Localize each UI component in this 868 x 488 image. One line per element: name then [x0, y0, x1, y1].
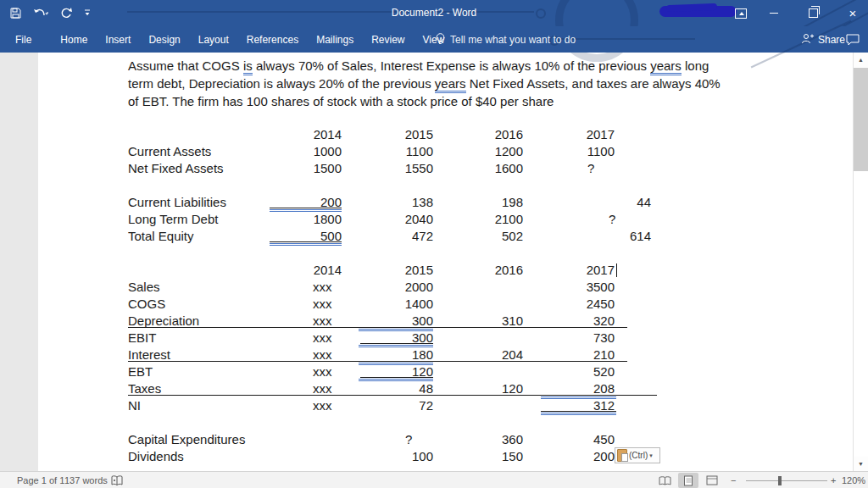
redo-icon[interactable] — [60, 8, 72, 19]
table-row: Sales xxx2000 3500 — [128, 279, 651, 296]
tell-me-box[interactable]: Tell me what you want to do — [435, 26, 576, 53]
paste-options-button[interactable]: (Ctrl) ▾ — [615, 447, 660, 463]
table-row: Dividends 100 150200 — [128, 448, 651, 465]
zoom-level[interactable]: 120% — [842, 472, 865, 488]
intro-line: of EBT. The firm has 100 shares of stock… — [128, 92, 721, 110]
grammar-mark — [359, 379, 433, 381]
page-count[interactable]: Page 1 of 1 — [17, 472, 64, 488]
tab-references[interactable]: References — [247, 34, 298, 46]
underline — [360, 377, 433, 378]
close-icon[interactable]: × — [837, 0, 868, 26]
redaction-scribble — [659, 6, 737, 17]
comment-icon[interactable] — [846, 26, 860, 53]
tell-me-label: Tell me what you want to do — [450, 34, 576, 46]
save-icon[interactable] — [10, 8, 21, 19]
tab-file[interactable]: File — [15, 34, 31, 46]
table-row-years: 20142015 20162017 — [128, 126, 651, 143]
table-row: EBT xxx120 520 — [128, 363, 651, 380]
zoom-in-icon[interactable]: + — [831, 472, 836, 488]
window-title: Document2 - Word — [392, 7, 476, 19]
vertical-scrollbar[interactable]: ▲ ▼ — [853, 53, 868, 471]
document-area: Assume that COGS is always 70% of Sales,… — [0, 53, 868, 471]
grammar-mark — [359, 363, 433, 365]
ribbon-tabs: File Home Insert Design Layout Reference… — [15, 26, 444, 53]
grammar-mark — [359, 329, 433, 331]
table-row: COGS xxx1400 2450 — [128, 296, 651, 313]
grammar-mark — [270, 243, 342, 246]
intro-line: Assume that COGS is always 70% of Sales,… — [128, 57, 721, 75]
restore-icon[interactable] — [800, 0, 826, 26]
grammar-mark — [270, 209, 342, 212]
table-row: Total Equity 500472 502614 — [128, 228, 651, 245]
underline — [541, 411, 616, 412]
share-label: Share — [818, 34, 845, 46]
ribbon-display-options-icon[interactable] — [731, 0, 751, 26]
word-count[interactable]: 137 words — [64, 472, 108, 488]
intro-line: term debt, Depreciation is always 20% of… — [128, 75, 721, 92]
underline — [270, 241, 342, 242]
share-button[interactable]: Share — [801, 26, 845, 53]
ribbon-tab-bar: File Home Insert Design Layout Reference… — [0, 26, 868, 53]
share-icon — [801, 33, 814, 47]
print-layout-icon[interactable] — [678, 473, 698, 488]
tab-layout[interactable]: Layout — [198, 34, 229, 46]
undo-icon[interactable] — [33, 8, 48, 19]
tab-insert[interactable]: Insert — [105, 34, 131, 46]
underline — [360, 343, 433, 344]
tab-home[interactable]: Home — [60, 34, 87, 46]
web-layout-icon[interactable] — [702, 473, 722, 488]
status-bar: Page 1 of 1 137 words − + 120% — [0, 471, 868, 488]
table-row: Long Term Debt 18002040 2100? — [128, 211, 651, 228]
table-row: Current Liabilities 200138 19844 — [128, 194, 651, 211]
zoom-out-icon[interactable]: − — [731, 472, 736, 488]
read-mode-icon[interactable] — [654, 473, 675, 488]
scroll-up-icon[interactable]: ▲ — [854, 53, 868, 67]
zoom-slider[interactable] — [746, 480, 827, 481]
title-bar: Document2 - Word × — [0, 0, 868, 26]
row-underline — [128, 361, 627, 362]
grammar-mark — [359, 345, 433, 347]
zoom-slider-handle[interactable] — [778, 476, 782, 485]
table-row-years: 20142015 20162017 — [128, 262, 651, 279]
tab-review[interactable]: Review — [371, 34, 404, 46]
quick-access-toolbar — [10, 0, 91, 26]
text-cursor — [616, 263, 617, 277]
scroll-down-icon[interactable]: ▼ — [854, 457, 868, 471]
scrollbar-thumb[interactable] — [854, 68, 868, 171]
grammar-mark — [541, 413, 616, 415]
customize-quick-access-icon[interactable] — [84, 9, 91, 17]
row-underline — [128, 395, 657, 396]
minimize-icon[interactable] — [761, 0, 787, 26]
paste-options-label: (Ctrl) — [629, 451, 648, 460]
table-row: Capital Expenditures ? 360450 — [128, 431, 651, 448]
clipboard-icon — [617, 449, 627, 462]
table-row: EBIT xxx300 730 — [128, 330, 651, 347]
grammar-mark — [541, 396, 616, 399]
table-row: Net Fixed Assets 15001550 1600? — [128, 160, 651, 177]
table-row: Current Assets 10001100 12001100 — [128, 143, 651, 160]
lightbulb-icon — [435, 32, 446, 47]
word-window: Document2 - Word × File Home Insert Desi… — [0, 0, 868, 488]
table-row: NI xxx72 312 — [128, 397, 651, 414]
underline — [270, 208, 342, 208]
row-underline — [128, 327, 627, 328]
proofing-status-icon[interactable] — [111, 472, 123, 488]
tab-mailings[interactable]: Mailings — [316, 34, 353, 46]
tab-design[interactable]: Design — [148, 34, 180, 46]
paste-options-dropdown-icon: ▾ — [649, 452, 653, 459]
intro-paragraph: Assume that COGS is always 70% of Sales,… — [128, 57, 721, 110]
